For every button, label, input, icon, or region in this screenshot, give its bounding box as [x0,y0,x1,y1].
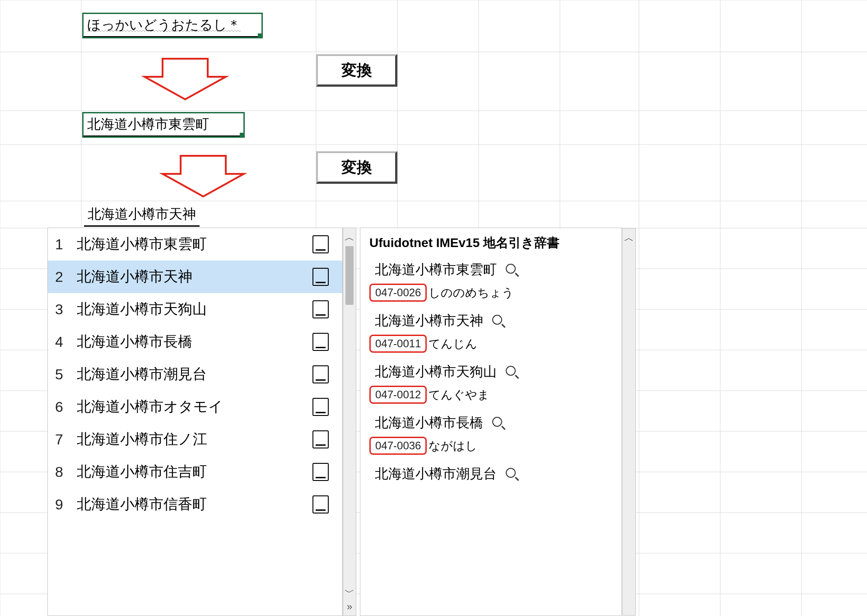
cell-input-1[interactable]: ほっかいどうおたるし＊ [82,13,263,38]
postal-code: 047-0012 [369,386,427,404]
convert-button-1[interactable]: 変換 [316,54,397,87]
dictionary-icon[interactable] [312,268,329,286]
entry-reading: てんぐやま [429,387,489,403]
candidate-text: 北海道小樽市長橋 [77,332,312,352]
candidate-number: 6 [55,399,77,415]
candidate-row[interactable]: 2北海道小樽市天神 [48,261,342,293]
cell-input-1-text: ほっかいどうおたるし＊ [84,14,261,37]
candidate-text: 北海道小樽市信香町 [77,495,312,514]
candidate-row[interactable]: 1北海道小樽市東雲町 [48,228,342,261]
candidate-text: 北海道小樽市住ノ江 [77,429,312,449]
candidate-number: 5 [55,366,77,383]
dictionary-entry: 北海道小樽市天狗山047-0012てんぐやま [369,363,612,404]
dictionary-icon[interactable] [312,333,329,351]
search-icon[interactable] [506,468,518,481]
candidate-number: 9 [55,496,77,513]
dictionary-scrollbar[interactable]: ︿ [622,228,636,616]
candidate-number: 7 [55,431,77,448]
scroll-up-icon[interactable]: ︿ [624,231,634,245]
dictionary-entry: 北海道小樽市天神047-0011てんじん [369,312,612,353]
candidate-row[interactable]: 7北海道小樽市住ノ江 [48,423,342,456]
candidate-row[interactable]: 9北海道小樽市信香町 [48,488,342,521]
candidate-row[interactable]: 3北海道小樽市天狗山 [48,293,342,326]
candidate-number: 4 [55,334,77,350]
dictionary-icon[interactable] [312,463,329,481]
entry-reading: ながはし [429,438,477,454]
ime-popup: 1北海道小樽市東雲町2北海道小樽市天神3北海道小樽市天狗山4北海道小樽市長橋5北… [47,228,622,616]
dictionary-icon[interactable] [312,430,329,448]
candidate-number: 3 [55,301,77,318]
candidate-number: 2 [55,269,77,285]
convert-button-2-label: 変換 [341,157,372,178]
cell-input-3[interactable]: 北海道小樽市天神 [84,203,200,227]
convert-button-1-label: 変換 [341,60,372,81]
search-icon[interactable] [492,417,505,429]
cell-fill-handle[interactable] [258,33,262,38]
candidate-row[interactable]: 6北海道小樽市オタモイ [48,391,342,423]
cell-input-3-text: 北海道小樽市天神 [84,203,200,227]
svg-marker-25 [163,156,244,196]
cell-input-2-text: 北海道小樽市東雲町 [84,113,243,136]
convert-button-2[interactable]: 変換 [316,151,397,184]
dictionary-panel: Ufuidotnet IMEv15 地名引き辞書 北海道小樽市東雲町047-00… [360,228,622,616]
postal-code: 047-0011 [369,335,427,353]
dictionary-icon[interactable] [312,495,329,513]
entry-reading: てんじん [429,336,477,352]
scrollbar-thumb[interactable] [345,246,354,305]
candidate-text: 北海道小樽市天神 [77,267,312,287]
entry-reading: しののめちょう [429,285,514,301]
candidate-row[interactable]: 4北海道小樽市長橋 [48,326,342,358]
candidate-number: 8 [55,464,77,481]
candidate-text: 北海道小樽市東雲町 [77,234,312,254]
scroll-up-icon[interactable]: ︿ [345,231,354,244]
expand-icon[interactable]: » [347,601,352,613]
entry-place: 北海道小樽市天神 [375,312,483,330]
entry-place: 北海道小樽市潮見台 [375,465,497,483]
dictionary-entry: 北海道小樽市東雲町047-0026しののめちょう [369,261,612,302]
candidate-text: 北海道小樽市オタモイ [77,397,312,417]
dictionary-title: Ufuidotnet IMEv15 地名引き辞書 [369,234,612,252]
cell-fill-handle[interactable] [240,133,244,137]
search-icon[interactable] [506,366,518,378]
down-arrow-icon [158,151,248,201]
dictionary-entry: 北海道小樽市長橋047-0036ながはし [369,414,612,455]
search-icon[interactable] [492,315,505,327]
candidate-row[interactable]: 8北海道小樽市住吉町 [48,456,342,488]
entry-place: 北海道小樽市天狗山 [375,363,497,381]
scroll-down-icon[interactable]: ﹀ [345,586,354,599]
candidate-number: 1 [55,236,77,253]
postal-code: 047-0026 [369,284,427,302]
down-arrow-icon [140,54,230,104]
candidate-scrollbar[interactable]: ︿ ﹀ » [343,228,356,616]
dictionary-icon[interactable] [312,235,329,253]
candidate-text: 北海道小樽市住吉町 [77,462,312,482]
entry-place: 北海道小樽市長橋 [375,414,483,432]
candidate-list: 1北海道小樽市東雲町2北海道小樽市天神3北海道小樽市天狗山4北海道小樽市長橋5北… [47,228,343,616]
entry-place: 北海道小樽市東雲町 [375,261,497,279]
cell-input-2[interactable]: 北海道小樽市東雲町 [82,112,245,138]
dictionary-icon[interactable] [312,300,329,318]
postal-code: 047-0036 [369,437,427,455]
svg-marker-24 [144,59,226,99]
candidate-text: 北海道小樽市天狗山 [77,299,312,319]
candidate-row[interactable]: 5北海道小樽市潮見台 [48,358,342,391]
dictionary-icon[interactable] [312,365,329,383]
candidate-text: 北海道小樽市潮見台 [77,364,312,384]
dictionary-entry: 北海道小樽市潮見台 [369,465,612,483]
search-icon[interactable] [506,264,518,276]
dictionary-icon[interactable] [312,398,329,416]
